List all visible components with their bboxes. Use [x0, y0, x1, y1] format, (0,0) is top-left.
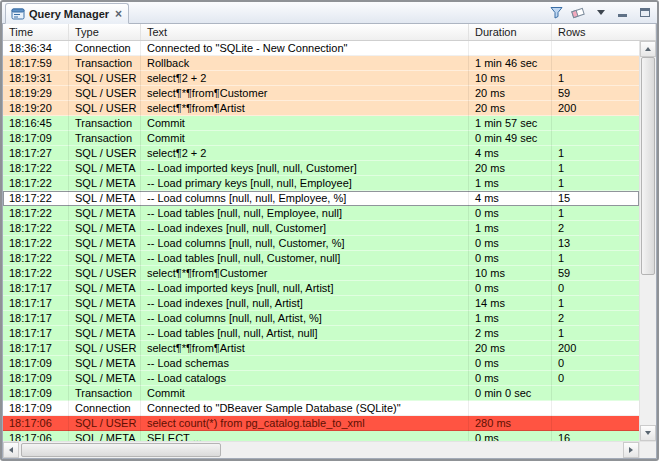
column-header-time[interactable]: Time: [3, 24, 69, 40]
table-row[interactable]: 18:17:09SQL / META-- Load schemas0 ms0: [3, 356, 639, 371]
cell-type: SQL / META: [69, 296, 141, 311]
table-row[interactable]: 18:16:45TransactionCommit1 min 57 sec: [3, 116, 639, 131]
table-row[interactable]: 18:17:27SQL / USERselect¶2 + 24 ms1: [3, 146, 639, 161]
cell-duration: 1 min 57 sec: [469, 116, 552, 131]
minimize-icon[interactable]: [615, 5, 630, 20]
cell-type: SQL / META: [69, 281, 141, 296]
cell-duration: 0 ms: [469, 281, 552, 296]
query-log-table: Time Type Text Duration Rows 18:36:34Con…: [2, 24, 657, 459]
cell-rows: 59: [552, 266, 639, 281]
table-row[interactable]: 18:17:09TransactionCommit0 min 49 sec: [3, 131, 639, 146]
table-row[interactable]: 18:17:17SQL / META-- Load tables [null, …: [3, 326, 639, 341]
table-row[interactable]: 18:17:17SQL / META-- Load columns [null,…: [3, 311, 639, 326]
tab-query-manager[interactable]: Query Manager ×: [5, 3, 129, 24]
view-menu-icon[interactable]: [593, 5, 608, 20]
cell-type: SQL / META: [69, 251, 141, 266]
query-manager-view: Query Manager ×: [0, 0, 659, 461]
cell-type: SQL / USER: [69, 146, 141, 161]
vertical-scroll-track[interactable]: [640, 57, 656, 425]
table-row[interactable]: 18:19:29SQL / USERselect¶*¶from¶Customer…: [3, 86, 639, 101]
scroll-left-button[interactable]: [3, 442, 19, 458]
table-row[interactable]: 18:17:17SQL / META-- Load indexes [null,…: [3, 296, 639, 311]
horizontal-scroll-track[interactable]: [19, 442, 623, 458]
column-header-text[interactable]: Text: [141, 24, 469, 40]
cell-rows: [552, 41, 639, 56]
cell-type: SQL / META: [69, 311, 141, 326]
table-row[interactable]: 18:17:06SQL / USERselect count(*) from p…: [3, 416, 639, 431]
column-header-type[interactable]: Type: [69, 24, 141, 40]
cell-time: 18:17:22: [3, 251, 69, 266]
cell-text: -- Load columns [null, null, Employee, %…: [141, 191, 469, 206]
filter-icon[interactable]: [549, 5, 564, 20]
table-row[interactable]: 18:17:59TransactionRollback1 min 46 sec: [3, 56, 639, 71]
horizontal-scrollbar-thumb[interactable]: [21, 443, 221, 457]
tab-title: Query Manager: [29, 8, 109, 20]
cell-rows: [552, 386, 639, 401]
bottom-scroll-area: [3, 441, 656, 458]
tab-close-icon[interactable]: ×: [115, 9, 122, 19]
cell-type: Connection: [69, 401, 141, 416]
column-header-rows[interactable]: Rows: [552, 24, 656, 40]
scroll-down-button[interactable]: [640, 425, 656, 441]
table-row[interactable]: 18:17:22SQL / META-- Load primary keys […: [3, 176, 639, 191]
cell-duration: 0 min 0 sec: [469, 386, 552, 401]
cell-time: 18:17:22: [3, 206, 69, 221]
cell-rows: 13: [552, 236, 639, 251]
cell-rows: 0: [552, 281, 639, 296]
cell-text: -- Load tables [null, null, Artist, null…: [141, 326, 469, 341]
cell-rows: [552, 416, 639, 431]
table-row[interactable]: 18:17:17SQL / META-- Load imported keys …: [3, 281, 639, 296]
cell-text: Commit: [141, 386, 469, 401]
cell-text: select¶*¶from¶Artist: [141, 341, 469, 356]
vertical-scrollbar[interactable]: [639, 41, 656, 441]
eraser-clear-icon[interactable]: [571, 5, 586, 20]
cell-duration: 0 ms: [469, 236, 552, 251]
cell-time: 18:19:20: [3, 101, 69, 116]
table-row[interactable]: 18:17:06SQL / METASELECT ...0 ms16: [3, 431, 639, 441]
cell-time: 18:17:09: [3, 386, 69, 401]
cell-rows: [552, 116, 639, 131]
cell-text: -- Load columns [null, null, Customer, %…: [141, 236, 469, 251]
cell-time: 18:17:17: [3, 341, 69, 356]
cell-duration: 1 ms: [469, 221, 552, 236]
scroll-right-button[interactable]: [623, 442, 639, 458]
cell-time: 18:17:22: [3, 191, 69, 206]
table-row[interactable]: 18:17:22SQL / META-- Load tables [null, …: [3, 251, 639, 266]
cell-text: select¶*¶from¶Customer: [141, 266, 469, 281]
cell-text: -- Load indexes [null, null, Artist]: [141, 296, 469, 311]
table-row[interactable]: 18:36:34ConnectionConnected to "SQLite -…: [3, 41, 639, 56]
table-row[interactable]: 18:17:09SQL / META-- Load catalogs0 ms0: [3, 371, 639, 386]
vertical-scrollbar-thumb[interactable]: [641, 57, 655, 275]
cell-duration: 10 ms: [469, 266, 552, 281]
table-row[interactable]: 18:17:09TransactionCommit0 min 0 sec: [3, 386, 639, 401]
table-row[interactable]: 18:17:22SQL / USERselect¶*¶from¶Customer…: [3, 266, 639, 281]
horizontal-scrollbar[interactable]: [3, 442, 639, 458]
table-row[interactable]: 18:17:22SQL / META-- Load columns [null,…: [3, 236, 639, 251]
cell-rows: 0: [552, 356, 639, 371]
table-row[interactable]: 18:17:17SQL / USERselect¶*¶from¶Artist20…: [3, 341, 639, 356]
table-row[interactable]: 18:19:31SQL / USERselect¶2 + 210 ms1: [3, 71, 639, 86]
table-row[interactable]: 18:17:22SQL / META-- Load indexes [null,…: [3, 221, 639, 236]
cell-time: 18:36:34: [3, 41, 69, 56]
cell-duration: 1 ms: [469, 311, 552, 326]
cell-text: -- Load schemas: [141, 356, 469, 371]
query-manager-icon: [11, 7, 25, 21]
cell-text: -- Load imported keys [null, null, Custo…: [141, 161, 469, 176]
cell-time: 18:17:09: [3, 356, 69, 371]
cell-rows: [552, 131, 639, 146]
cell-duration: 0 ms: [469, 356, 552, 371]
cell-text: Connected to "DBeaver Sample Database (S…: [141, 401, 469, 416]
cell-time: 18:19:31: [3, 71, 69, 86]
cell-type: SQL / META: [69, 176, 141, 191]
scroll-up-button[interactable]: [640, 41, 656, 57]
table-row[interactable]: 18:17:22SQL / META-- Load tables [null, …: [3, 206, 639, 221]
maximize-icon[interactable]: [637, 5, 652, 20]
table-row[interactable]: 18:17:22SQL / META-- Load columns [null,…: [3, 191, 639, 206]
cell-type: SQL / META: [69, 206, 141, 221]
cell-duration: [469, 41, 552, 56]
table-row[interactable]: 18:17:22SQL / META-- Load imported keys …: [3, 161, 639, 176]
table-row[interactable]: 18:17:09ConnectionConnected to "DBeaver …: [3, 401, 639, 416]
column-header-duration[interactable]: Duration: [469, 24, 552, 40]
cell-type: SQL / META: [69, 356, 141, 371]
table-row[interactable]: 18:19:20SQL / USERselect¶*¶from¶Artist20…: [3, 101, 639, 116]
